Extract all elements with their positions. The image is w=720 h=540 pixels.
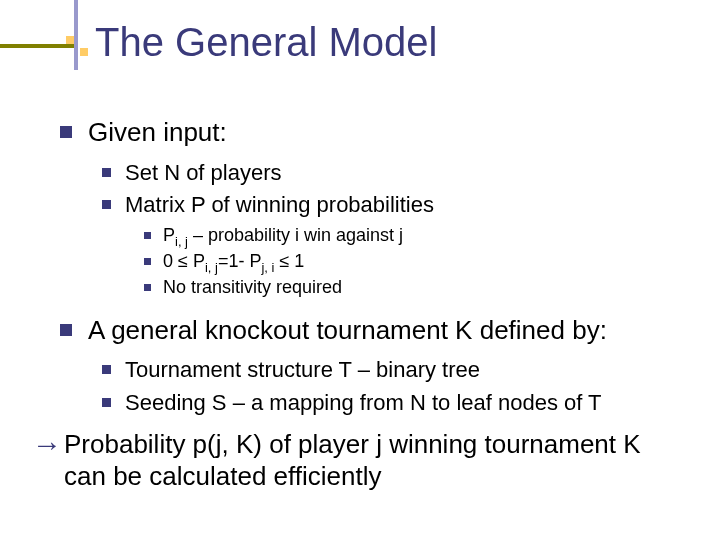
square-bullet-icon [102,168,111,177]
bullet-text: No transitivity required [163,276,342,299]
slide-body: Given input: Set N of players Matrix P o… [60,110,680,503]
math-var: P [188,251,205,271]
square-bullet-icon [60,324,72,336]
math-sub: i, j [205,260,218,275]
slide-title: The General Model [95,20,437,65]
bullet-text: Tournament structure T – binary tree [125,356,480,385]
decor-vbar [74,0,78,70]
slide: The General Model Given input: Set N of … [0,0,720,540]
bullet-text: Matrix P of winning probabilities [125,191,434,220]
bullet-level3: Pi, j – probability i win against j [144,224,680,247]
decor-square [66,36,74,44]
conclusion-line: → Probability p(j, K) of player j winnin… [32,428,680,493]
square-bullet-icon [144,258,151,265]
math-sub: i, j [175,233,188,248]
arrow-icon: → [32,430,60,460]
bullet-text: Seeding S – a mapping from N to leaf nod… [125,389,602,418]
bullet-level1: Given input: [60,116,680,149]
bullet-level1: A general knockout tournament K defined … [60,314,680,347]
bullet-text: Given input: [88,116,227,149]
bullet-level2: Matrix P of winning probabilities [102,191,680,220]
square-bullet-icon [102,200,111,209]
math-var: P [163,225,175,245]
leq-symbol: ≤ [274,251,289,271]
decor-square [80,48,88,56]
bullet-text: A general knockout tournament K defined … [88,314,607,347]
text-fragment: 0 [163,251,178,271]
square-bullet-icon [102,365,111,374]
bullet-level2: Tournament structure T – binary tree [102,356,680,385]
leq-symbol: ≤ [178,251,188,271]
square-bullet-icon [144,232,151,239]
square-bullet-icon [144,284,151,291]
math-sub: j, i [261,260,274,275]
bullet-level3: 0 ≤ Pi, j=1- Pj, i ≤ 1 [144,250,680,273]
square-bullet-icon [60,126,72,138]
bullet-level3: No transitivity required [144,276,680,299]
bullet-level2: Set N of players [102,159,680,188]
bullet-text: 0 ≤ Pi, j=1- Pj, i ≤ 1 [163,250,304,273]
bullet-level2: Seeding S – a mapping from N to leaf nod… [102,389,680,418]
text-fragment: 1 [289,251,304,271]
text-fragment: – probability i win against j [188,225,403,245]
decor-hbar [0,44,78,48]
square-bullet-icon [102,398,111,407]
bullet-text: Pi, j – probability i win against j [163,224,403,247]
bullet-text: Probability p(j, K) of player j winning … [64,428,680,493]
bullet-text: Set N of players [125,159,282,188]
text-fragment: =1- P [218,251,262,271]
